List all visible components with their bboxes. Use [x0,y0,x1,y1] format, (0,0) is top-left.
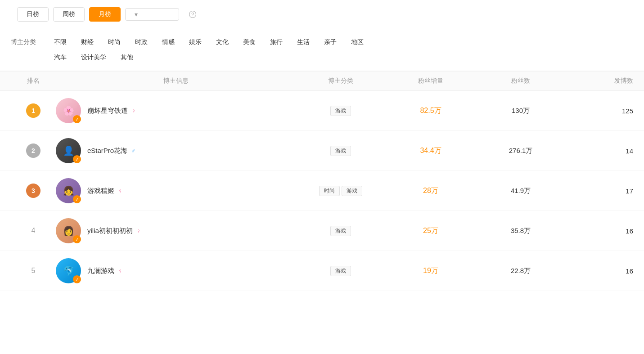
gender-icon: ♀ [118,188,122,194]
info-icon: ? [189,11,196,18]
tag: 游戏 [330,146,351,156]
user-name[interactable]: 崩坏星穹铁道 ♀ [87,107,136,115]
user-cell: 👩✓yilia初初初初初 ♀ [56,218,296,243]
data-info[interactable]: ? [187,11,196,18]
tags-cell: 游戏 [296,225,386,237]
category-row-1: 博主分类 不限财经时尚时政情感娱乐文化美食旅行生活亲子地区 [11,36,633,48]
fans-count: 22.8万 [476,267,566,275]
avatar-wrap: 👧✓ [56,178,81,203]
avatar-wrap: 👤✓ [56,138,81,163]
user-cell: 👧✓游戏穑姬 ♀ [56,178,296,203]
tag: 游戏 [330,106,351,116]
verified-badge-icon: ✓ [73,195,81,203]
rank-number: 4 [32,227,36,235]
gender-icon: ♂ [131,148,135,154]
cat-item-design[interactable]: 设计美学 [74,52,113,63]
cat-item-car[interactable]: 汽车 [47,52,74,63]
cat-item-parenting[interactable]: 亲子 [317,36,344,48]
post-count: 125 [566,107,633,115]
post-count: 16 [566,227,633,235]
header-col-2: 博主分类 [296,77,386,85]
gender-icon: ♀ [136,228,141,234]
verified-badge-icon: ✓ [73,115,81,123]
tab-daily[interactable]: 日榜 [17,7,49,22]
avatar-wrap: 🐬✓ [56,258,81,283]
user-name[interactable]: 游戏穑姬 ♀ [87,187,122,195]
cat-item-all[interactable]: 不限 [47,36,74,48]
cat-item-travel[interactable]: 旅行 [263,36,290,48]
header-col-1: 博主信息 [56,77,296,85]
table-header: 排名博主信息博主分类粉丝增量粉丝数发博数 [0,72,644,91]
cat-item-emotion[interactable]: 情感 [155,36,182,48]
gender-icon: ♀ [118,268,122,274]
cat-item-region[interactable]: 地区 [344,36,371,48]
post-count: 17 [566,187,633,195]
tag: 时尚 [319,186,340,196]
fans-increase: 25万 [386,226,476,236]
tag: 游戏 [330,226,351,236]
category-bar: 博主分类 不限财经时尚时政情感娱乐文化美食旅行生活亲子地区 汽车设计美学其他 [0,29,644,72]
rank-badge: 2 [26,143,41,158]
avatar-wrap: 🌸✓ [56,98,81,123]
rank-cell: 4 [11,227,56,235]
verified-badge-icon: ✓ [73,155,81,163]
avatar-wrap: 👩✓ [56,218,81,243]
user-name[interactable]: yilia初初初初初 ♀ [87,227,141,235]
top-bar: 日榜 周榜 月榜 ▾ ? [0,0,644,29]
rank-cell: 3 [11,184,56,198]
rank-cell: 2 [11,143,56,158]
fans-increase: 28万 [386,186,476,196]
fans-count: 130万 [476,107,566,115]
tags-cell: 游戏 [296,145,386,157]
tags-cell: 游戏 [296,105,386,117]
cat-item-finance[interactable]: 财经 [74,36,101,48]
cat-item-politics[interactable]: 时政 [128,36,155,48]
cat-item-food[interactable]: 美食 [236,36,263,48]
header-col-0: 排名 [11,77,56,85]
user-name[interactable]: eStarPro花海 ♂ [87,147,135,155]
tags-cell: 游戏 [296,265,386,277]
user-name[interactable]: 九澜游戏 ♀ [87,267,122,275]
rank-cell: 5 [11,267,56,275]
tag: 游戏 [342,186,362,196]
table-container: 排名博主信息博主分类粉丝增量粉丝数发博数 1🌸✓崩坏星穹铁道 ♀游戏82.5万1… [0,72,644,291]
header-col-3: 粉丝增量 [386,77,476,85]
user-cell: 🌸✓崩坏星穹铁道 ♀ [56,98,296,123]
post-count: 16 [566,267,633,275]
cat-item-culture[interactable]: 文化 [209,36,236,48]
header-col-5: 发博数 [566,77,633,85]
chevron-down-icon: ▾ [135,11,138,18]
cat-item-fashion[interactable]: 时尚 [101,36,128,48]
tags-cell: 时尚游戏 [296,185,386,197]
table-row[interactable]: 2👤✓eStarPro花海 ♂游戏34.4万276.1万14 [0,131,644,171]
cat-item-entertainment[interactable]: 娱乐 [182,36,209,48]
cat-item-life[interactable]: 生活 [290,36,317,48]
fans-increase: 34.4万 [386,146,476,156]
table-row[interactable]: 3👧✓游戏穑姬 ♀时尚游戏28万41.9万17 [0,171,644,211]
tab-weekly[interactable]: 周榜 [53,7,85,22]
table-row[interactable]: 5🐬✓九澜游戏 ♀游戏19万22.8万16 [0,251,644,291]
fans-count: 41.9万 [476,187,566,195]
post-count: 14 [566,147,633,155]
user-cell: 👤✓eStarPro花海 ♂ [56,138,296,163]
category-bar-label: 博主分类 [11,38,42,46]
user-cell: 🐬✓九澜游戏 ♀ [56,258,296,283]
tag: 游戏 [330,266,351,276]
rank-badge: 1 [26,103,41,118]
rank-number: 5 [32,267,36,275]
rank-cell: 1 [11,103,56,118]
fans-increase: 19万 [386,266,476,276]
table-row[interactable]: 1🌸✓崩坏星穹铁道 ♀游戏82.5万130万125 [0,91,644,131]
table-row[interactable]: 4👩✓yilia初初初初初 ♀游戏25万35.8万16 [0,211,644,251]
cat-item-other[interactable]: 其他 [113,52,140,63]
verified-badge-icon: ✓ [73,235,81,243]
fans-increase: 82.5万 [386,106,476,116]
tab-monthly[interactable]: 月榜 [89,7,121,22]
date-select[interactable]: ▾ [125,8,179,21]
gender-icon: ♀ [131,108,136,114]
category-row-2: 汽车设计美学其他 [11,52,633,63]
verified-badge-icon: ✓ [73,275,81,283]
header-col-4: 粉丝数 [476,77,566,85]
fans-count: 35.8万 [476,227,566,235]
fans-count: 276.1万 [476,147,566,155]
